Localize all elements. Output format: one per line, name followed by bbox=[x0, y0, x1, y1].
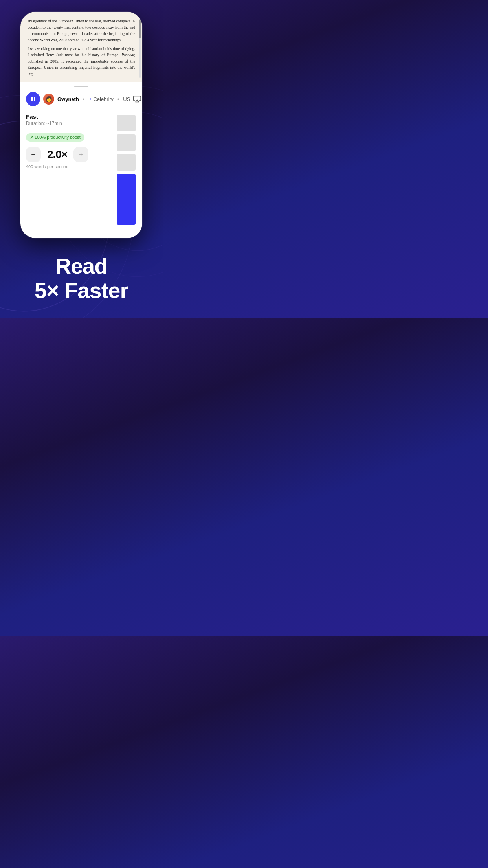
speed-value: 2.0× bbox=[47, 148, 67, 161]
pause-icon bbox=[31, 97, 35, 101]
voice-bar: 👩 Gwyneth • ✦ Celebrity • US bbox=[20, 90, 142, 110]
book-text-area: enlargement of the European Union to the… bbox=[20, 12, 142, 82]
marketing-line-1: Read bbox=[8, 254, 155, 278]
voice-category-label: Celebrity bbox=[93, 96, 113, 102]
pause-bar-left bbox=[31, 97, 33, 101]
pause-bar-right bbox=[34, 97, 35, 101]
phone-container: enlargement of the European Union to the… bbox=[0, 0, 163, 242]
airplay-icon bbox=[133, 95, 141, 103]
plus-button[interactable]: + bbox=[73, 147, 88, 162]
words-per-second: 400 words per second bbox=[26, 164, 68, 169]
voice-name: Gwyneth bbox=[57, 96, 79, 102]
drag-handle[interactable] bbox=[20, 82, 142, 90]
svg-marker-4 bbox=[136, 100, 139, 102]
scroll-track bbox=[139, 16, 141, 78]
avatar: 👩 bbox=[43, 94, 54, 105]
voice-category: ✦ Celebrity bbox=[88, 96, 113, 102]
slider-gap-2 bbox=[117, 152, 136, 153]
book-paragraph-2: I was working on one that year with a hi… bbox=[28, 46, 135, 57]
slider-seg-active bbox=[117, 174, 136, 225]
speed-title: Fast bbox=[26, 113, 38, 120]
separator-2: • bbox=[117, 96, 119, 102]
scroll-thumb bbox=[139, 20, 141, 38]
marketing-section: Read 5× Faster bbox=[0, 242, 163, 318]
separator-1: • bbox=[83, 96, 85, 102]
voice-region: US bbox=[123, 96, 130, 102]
marketing-title: Read 5× Faster bbox=[8, 254, 155, 302]
airplay-button[interactable] bbox=[133, 94, 141, 105]
speed-left-panel: Fast Duration: ~17min ↗ 100% productivit… bbox=[26, 113, 111, 225]
productivity-text: ↗ 100% productivity boost bbox=[30, 135, 81, 140]
speed-slider[interactable] bbox=[116, 113, 137, 225]
marketing-line-2: 5× Faster bbox=[8, 278, 155, 303]
book-postwar: Postwar, bbox=[121, 53, 135, 57]
speed-section: Fast Duration: ~17min ↗ 100% productivit… bbox=[20, 110, 142, 230]
slider-seg-1 bbox=[117, 115, 136, 131]
phone-mockup: enlargement of the European Union to the… bbox=[20, 12, 142, 238]
bottom-sheet: 👩 Gwyneth • ✦ Celebrity • US bbox=[20, 82, 142, 238]
slider-gap-3 bbox=[117, 171, 136, 173]
slider-gap-1 bbox=[117, 132, 136, 134]
minus-button[interactable]: − bbox=[26, 147, 41, 162]
drag-handle-bar bbox=[74, 86, 88, 87]
sparkle-icon: ✦ bbox=[88, 97, 92, 102]
avatar-emoji: 👩 bbox=[46, 96, 52, 102]
slider-track bbox=[117, 115, 136, 225]
book-paragraph-1: enlargement of the European Union to the… bbox=[28, 19, 135, 42]
productivity-badge: ↗ 100% productivity boost bbox=[26, 133, 84, 142]
pause-button[interactable] bbox=[26, 92, 40, 106]
slider-seg-2 bbox=[117, 134, 136, 151]
speed-duration: Duration: ~17min bbox=[26, 121, 62, 126]
speed-controls: − 2.0× + bbox=[26, 147, 88, 162]
sheet-bottom-padding bbox=[20, 230, 142, 238]
book-paragraph-3: published in 2005. It recounted the impr… bbox=[28, 59, 135, 76]
slider-seg-3 bbox=[117, 154, 136, 171]
